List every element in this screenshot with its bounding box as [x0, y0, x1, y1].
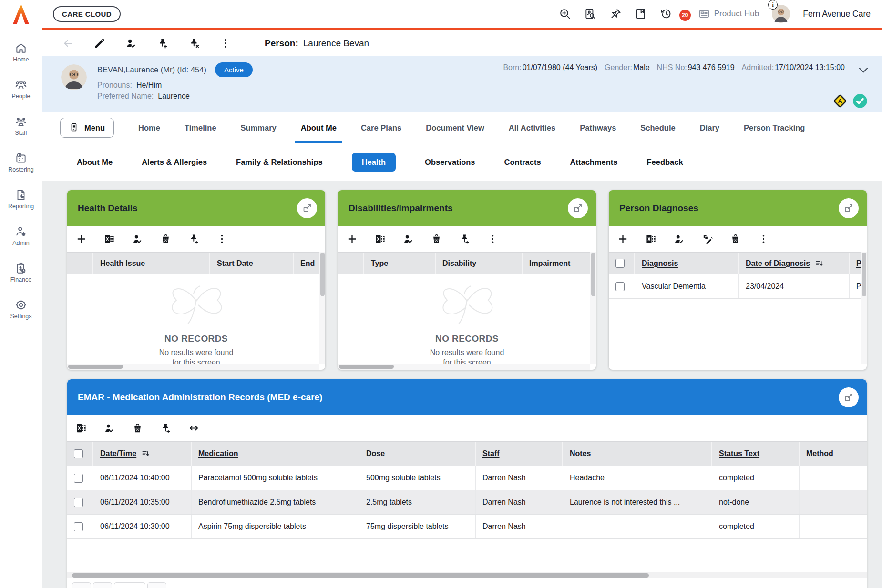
expand-card-button[interactable]: [568, 198, 588, 218]
delete-button[interactable]: [730, 233, 741, 244]
assign-person-button[interactable]: [132, 233, 143, 244]
pin-add-button[interactable]: [188, 233, 199, 244]
delete-button[interactable]: [160, 233, 171, 244]
book-icon[interactable]: [635, 8, 647, 20]
menu-button[interactable]: Menu: [60, 118, 114, 138]
edit-button[interactable]: [94, 38, 105, 49]
sidebar-item-home[interactable]: Home: [13, 42, 29, 63]
select-all-checkbox[interactable]: [615, 259, 625, 268]
user-avatar[interactable]: i: [772, 5, 790, 23]
export-excel-button[interactable]: [104, 233, 115, 244]
zoom-in-icon[interactable]: [559, 8, 571, 20]
more-options-button[interactable]: [216, 233, 227, 244]
subtab-health[interactable]: Health: [352, 153, 396, 172]
subtab-about-me[interactable]: About Me: [77, 158, 113, 167]
tab-home[interactable]: Home: [138, 112, 160, 143]
sidebar-item-staff[interactable]: Staff: [15, 115, 27, 136]
add-record-button[interactable]: [617, 233, 628, 244]
pin-add-button[interactable]: [459, 233, 470, 244]
add-record-button[interactable]: [76, 233, 87, 244]
tab-document-view[interactable]: Document View: [426, 112, 484, 143]
add-record-button[interactable]: [347, 233, 358, 244]
assign-person-button[interactable]: [674, 233, 685, 244]
status-check-icon[interactable]: [852, 93, 868, 109]
more-options-button[interactable]: [487, 233, 498, 244]
tab-pathways[interactable]: Pathways: [580, 112, 616, 143]
assign-person-button[interactable]: [403, 233, 414, 244]
sidebar-item-reporting[interactable]: Reporting: [8, 189, 34, 210]
expand-card-button[interactable]: [297, 198, 317, 218]
history-icon[interactable]: [660, 8, 672, 20]
current-page-button[interactable]: 1: [114, 582, 145, 588]
tab-care-plans[interactable]: Care Plans: [361, 112, 401, 143]
emar-row[interactable]: 06/11/2024 10:35:00 Bendroflumethiazide …: [67, 490, 867, 515]
tab-about-me[interactable]: About Me: [301, 112, 337, 143]
previous-page-button[interactable]: ◀: [93, 582, 112, 588]
expand-columns-button[interactable]: [188, 423, 199, 434]
diagnosis-date-cell: 23/04/2024: [739, 274, 850, 298]
sidebar-item-people[interactable]: People: [12, 79, 31, 100]
sidebar-item-rostering[interactable]: Rostering: [8, 152, 34, 173]
patient-avatar[interactable]: [61, 64, 87, 90]
back-button[interactable]: [62, 38, 74, 49]
access-logo[interactable]: [13, 4, 29, 24]
banner-expand-chevron[interactable]: [857, 64, 870, 76]
pin-remove-button[interactable]: [188, 38, 200, 49]
nhs-label: NHS No:: [657, 63, 687, 71]
tab-summary[interactable]: Summary: [241, 112, 277, 143]
vertical-scrollbar[interactable]: [861, 252, 867, 364]
person-check-button[interactable]: [125, 38, 137, 49]
emar-row[interactable]: 06/11/2024 10:40:00 Paracetamol 500mg so…: [67, 466, 867, 490]
tab-all-activities[interactable]: All Activities: [509, 112, 555, 143]
horizontal-scrollbar[interactable]: [338, 364, 590, 370]
method-cell: [800, 466, 867, 490]
pin-icon[interactable]: [609, 8, 622, 20]
finance-icon: [15, 262, 27, 274]
expand-card-button[interactable]: [839, 198, 859, 218]
person-search-icon[interactable]: [584, 8, 596, 20]
row-checkbox[interactable]: [74, 498, 83, 507]
vertical-scrollbar[interactable]: [319, 252, 325, 364]
tab-timeline[interactable]: Timeline: [185, 112, 216, 143]
subtab-family-relationships[interactable]: Family & Relationships: [236, 158, 323, 167]
diagnosis-row[interactable]: Vascular Dementia 23/04/2024 P: [609, 274, 867, 299]
subtab-attachments[interactable]: Attachments: [570, 158, 618, 167]
tab-schedule[interactable]: Schedule: [640, 112, 675, 143]
sidebar-item-finance[interactable]: Finance: [10, 262, 31, 283]
bulk-edit-button[interactable]: [702, 233, 713, 244]
emar-row[interactable]: 06/11/2024 10:30:00 Aspirin 75mg dispers…: [67, 515, 867, 539]
first-page-button[interactable]: ⏮: [72, 582, 91, 588]
export-excel-button[interactable]: [76, 423, 87, 434]
patient-name-link[interactable]: BEVAN,Laurence (Mr) (Id: 454): [97, 65, 206, 74]
delete-button[interactable]: [431, 233, 442, 244]
pin-add-button[interactable]: [157, 38, 168, 49]
sidebar-item-settings[interactable]: Settings: [10, 299, 31, 320]
allergy-warning-icon[interactable]: A: [832, 93, 848, 109]
subtab-alerts-allergies[interactable]: Alerts & Allergies: [142, 158, 207, 167]
sidebar-item-admin[interactable]: Admin: [12, 225, 29, 246]
subtab-contracts[interactable]: Contracts: [504, 158, 541, 167]
product-hub-button[interactable]: Product Hub: [698, 8, 759, 20]
next-page-button[interactable]: ▶: [147, 582, 166, 588]
row-checkbox[interactable]: [615, 282, 625, 291]
select-all-checkbox[interactable]: [74, 449, 83, 458]
more-options-button[interactable]: [220, 38, 231, 49]
row-checkbox[interactable]: [74, 522, 83, 531]
subtab-feedback[interactable]: Feedback: [647, 158, 683, 167]
export-excel-button[interactable]: [375, 233, 386, 244]
assign-person-button[interactable]: [104, 423, 115, 434]
subtab-observations[interactable]: Observations: [425, 158, 475, 167]
tab-person-tracking[interactable]: Person Tracking: [744, 112, 805, 143]
export-excel-button[interactable]: [646, 233, 656, 244]
delete-button[interactable]: [132, 423, 143, 434]
organisation-name[interactable]: Fern Avenue Care: [803, 9, 871, 19]
method-cell: [800, 515, 867, 538]
vertical-scrollbar[interactable]: [590, 252, 596, 364]
horizontal-scrollbar[interactable]: [67, 364, 319, 370]
pin-add-button[interactable]: [160, 423, 171, 434]
expand-card-button[interactable]: [839, 387, 859, 407]
tab-diary[interactable]: Diary: [700, 112, 719, 143]
more-options-button[interactable]: [758, 233, 769, 244]
row-checkbox[interactable]: [74, 474, 83, 483]
horizontal-scrollbar[interactable]: [67, 572, 867, 578]
